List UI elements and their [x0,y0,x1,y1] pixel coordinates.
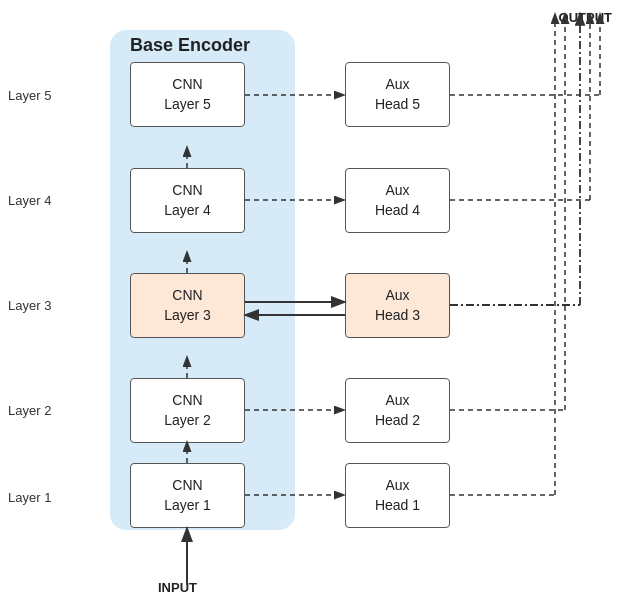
layer-label-1: Layer 1 [8,490,51,505]
layer-label-4: Layer 4 [8,193,51,208]
cnn-layer-2: CNN Layer 2 [130,378,245,443]
aux-head-4: Aux Head 4 [345,168,450,233]
output-label: OUTPUT [559,10,612,25]
input-label: INPUT [158,580,197,595]
cnn-layer-5: CNN Layer 5 [130,62,245,127]
cnn-layer-3: CNN Layer 3 [130,273,245,338]
cnn-layer-4: CNN Layer 4 [130,168,245,233]
layer-label-2: Layer 2 [8,403,51,418]
arrows-svg [0,0,640,605]
cnn-layer-1: CNN Layer 1 [130,463,245,528]
aux-head-1: Aux Head 1 [345,463,450,528]
layer-label-3: Layer 3 [8,298,51,313]
layer-label-5: Layer 5 [8,88,51,103]
diagram: Base Encoder Layer 5 Layer 4 Layer 3 Lay… [0,0,640,605]
aux-head-5: Aux Head 5 [345,62,450,127]
encoder-title: Base Encoder [130,35,250,56]
aux-head-2: Aux Head 2 [345,378,450,443]
aux-head-3: Aux Head 3 [345,273,450,338]
